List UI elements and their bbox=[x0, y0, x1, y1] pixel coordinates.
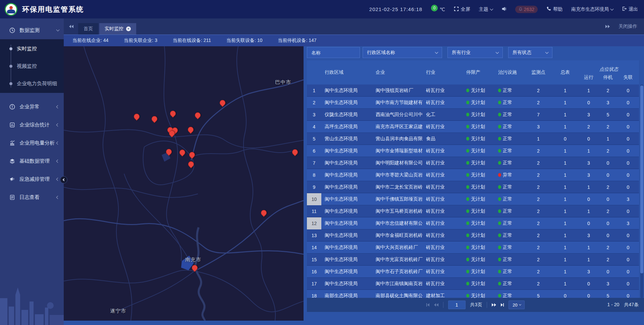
cell-points: 2 bbox=[525, 269, 552, 274]
cell-lost: 0 bbox=[617, 184, 639, 190]
cell-industry: 砖瓦行业 bbox=[423, 208, 463, 214]
sidebar-collapse-button[interactable] bbox=[60, 176, 67, 183]
status-select[interactable]: 所有状态 bbox=[508, 47, 552, 58]
org-dropdown[interactable]: 南充市生态环境局 bbox=[571, 6, 613, 12]
table-row[interactable]: 12 阆中生态环境局 阆中市忠信建材有限公 砖瓦行业 无计划 正常 2 1 0 … bbox=[307, 217, 639, 229]
chevron-down-icon bbox=[435, 50, 438, 54]
cell-points: 2 bbox=[525, 172, 552, 178]
mute-button[interactable] bbox=[501, 6, 506, 12]
sidebar-item[interactable]: 日志查看 bbox=[0, 188, 64, 206]
logout-button[interactable]: 退出 bbox=[622, 6, 638, 12]
cell-industry: 砖瓦行业 bbox=[423, 196, 463, 202]
cell-points: 2 bbox=[525, 257, 552, 262]
status-dot-icon bbox=[466, 209, 469, 213]
table-row[interactable]: 9 阆中生态环境局 阆中市二龙长宝页岩砖 砖瓦行业 无计划 正常 2 1 1 2… bbox=[307, 181, 639, 193]
tab[interactable]: 首页 bbox=[78, 23, 98, 35]
cell-run: 3 bbox=[579, 112, 599, 117]
cell-industry: 砖瓦行业 bbox=[423, 257, 463, 263]
cell-total: 1 bbox=[552, 88, 579, 93]
page-number-input[interactable] bbox=[448, 301, 466, 309]
industry-select[interactable]: 所有行业 bbox=[447, 47, 503, 58]
tabs-scroll-left-icon[interactable] bbox=[69, 25, 73, 28]
table-row[interactable]: 2 阆中生态环境局 阆中市南方节能建材有 砖瓦行业 无计划 正常 2 1 0 3… bbox=[307, 97, 639, 109]
sidebar-sub-item[interactable]: 视频监控 bbox=[0, 57, 64, 75]
table-row[interactable]: 10 阆中生态环境局 阆中千佛镇五郎垭页岩 砖瓦行业 无计划 正常 2 1 0 … bbox=[307, 193, 639, 205]
sidebar-item[interactable]: 企业用电量分析 bbox=[0, 134, 64, 152]
prev-page-button[interactable] bbox=[434, 303, 438, 307]
sidebar-item[interactable]: 应急减排管理 bbox=[0, 170, 64, 188]
sidebar-item[interactable]: 企业综合统计 bbox=[0, 116, 64, 134]
cell-total: 1 bbox=[552, 100, 579, 105]
table-row[interactable]: 6 阆中生态环境局 阆中市金博瑞新型墙材 砖瓦行业 无计划 正常 2 1 1 2… bbox=[307, 145, 639, 157]
alarm-count-badge[interactable]: 2632 bbox=[515, 6, 538, 13]
sidebar-sub-item[interactable]: 实时监控 bbox=[0, 40, 64, 57]
sidebar-item[interactable]: 数据监测 bbox=[0, 21, 64, 39]
cell-points: 3 bbox=[525, 124, 552, 129]
map-panel[interactable]: 巴中市南充市遂宁市 bbox=[64, 46, 304, 321]
table-row[interactable]: 13 阆中生态环境局 阆中市金福旺页岩机砖 砖瓦行业 无计划 正常 2 1 3 … bbox=[307, 229, 639, 241]
table-row[interactable]: 14 阆中生态环境局 阆中大兴页岩机砖厂 砖瓦行业 无计划 正常 2 1 1 2… bbox=[307, 241, 639, 254]
region-select[interactable]: 行政区域名称 bbox=[363, 47, 442, 58]
cell-points: 2 bbox=[525, 100, 552, 105]
row-number: 4 bbox=[307, 121, 321, 133]
tabs-scroll-right-icon[interactable] bbox=[605, 25, 610, 28]
monitor-icon bbox=[9, 27, 15, 34]
table-row[interactable]: 16 阆中生态环境局 阆中市石子页岩机砖厂 砖瓦行业 无计划 正常 2 1 3 … bbox=[307, 266, 639, 278]
sidebar-group: 企业综合统计 bbox=[0, 116, 64, 134]
cell-region: 阆中生态环境局 bbox=[321, 100, 372, 106]
cell-lost: 0 bbox=[617, 160, 639, 166]
scrollbar-thumb[interactable] bbox=[640, 86, 643, 273]
cell-total: 1 bbox=[552, 197, 579, 202]
table-row[interactable]: 7 阆中生态环境局 阆中明阳建材有限公司 砖瓦行业 无计划 正常 2 1 3 0… bbox=[307, 157, 639, 169]
table-row[interactable]: 4 高坪生态环境局 南充市高坪区王家店建 砖瓦行业 无计划 正常 3 1 2 2… bbox=[307, 121, 639, 133]
cell-points: 2 bbox=[525, 245, 552, 250]
cell-facility: 正常 bbox=[495, 184, 525, 190]
last-page-button[interactable] bbox=[501, 303, 504, 307]
cell-region: 高坪生态环境局 bbox=[321, 124, 372, 130]
cell-lost: 0 bbox=[617, 257, 639, 262]
cell-total: 1 bbox=[552, 233, 579, 238]
table-row[interactable]: 15 阆中生态环境局 阆中市光富页岩机砖厂 砖瓦行业 无计划 正常 2 1 1 … bbox=[307, 254, 639, 266]
cell-facility: 异常 bbox=[495, 172, 525, 178]
table-row[interactable]: 1 阆中生态环境局 阆中强锐页岩砖厂 砖瓦行业 无计划 正常 2 1 1 2 0 bbox=[307, 85, 639, 97]
table-row[interactable]: 18 南部生态环境局 南部县砚化土陶有限公 建材加工 无计划 正常 5 0 0 … bbox=[307, 290, 639, 298]
page-size-select[interactable]: 20 bbox=[508, 301, 525, 309]
cell-industry: 砖瓦行业 bbox=[423, 100, 463, 106]
cell-run: 3 bbox=[579, 269, 599, 274]
table-row[interactable]: 17 阆中生态环境局 阆中市江南镇阆南页岩 砖瓦行业 无计划 正常 2 1 0 … bbox=[307, 278, 639, 290]
next-page-button[interactable] bbox=[492, 303, 496, 307]
chevron-left-icon bbox=[63, 178, 65, 181]
table-row[interactable]: 8 阆中生态环境局 阆中市枣碧大梁山页岩 砖瓦行业 无计划 异常 2 1 3 0… bbox=[307, 169, 639, 181]
map-roads bbox=[64, 46, 304, 321]
status-dot-icon bbox=[498, 221, 501, 225]
cell-region: 阆中生态环境局 bbox=[321, 220, 372, 226]
first-page-button[interactable] bbox=[426, 303, 429, 307]
table-row[interactable]: 11 阆中生态环境局 阆中市五马桥页岩机砖 砖瓦行业 无计划 正常 2 1 1 … bbox=[307, 205, 639, 217]
status-dot-icon bbox=[498, 258, 501, 261]
fullscreen-button[interactable]: 全屏 bbox=[454, 6, 470, 12]
row-number: 2 bbox=[307, 97, 321, 109]
phone-icon bbox=[546, 6, 551, 12]
table-row[interactable]: 3 仪陇生态环境局 西南油气田分公司川中 化工 无计划 正常 7 1 3 5 0 bbox=[307, 109, 639, 121]
cell-limit: 无计划 bbox=[463, 184, 495, 190]
close-operations-button[interactable]: 关闭操作 bbox=[619, 23, 637, 30]
sidebar-item-label: 数据监测 bbox=[19, 27, 57, 34]
name-search-input[interactable] bbox=[307, 47, 360, 58]
help-button[interactable]: 帮助 bbox=[546, 6, 562, 12]
sidebar-sub-item[interactable]: 企业电力负荷明细 bbox=[0, 75, 64, 92]
cell-facility: 正常 bbox=[495, 196, 525, 202]
status-dot-icon bbox=[498, 197, 501, 201]
tab[interactable]: 实时监控 bbox=[99, 23, 136, 35]
cell-points: 2 bbox=[525, 148, 552, 154]
cell-industry: 建材加工 bbox=[423, 293, 463, 298]
cell-region: 阆中生态环境局 bbox=[321, 172, 372, 178]
tab-close-icon[interactable] bbox=[126, 26, 131, 31]
sidebar-item[interactable]: 企业异常 bbox=[0, 98, 64, 116]
sidebar-item[interactable]: 基础数据管理 bbox=[0, 152, 64, 170]
chevron-left-icon bbox=[56, 177, 60, 181]
cell-total: 1 bbox=[552, 172, 579, 178]
table-row[interactable]: 5 营山生态环境局 营山县润丰肉食品有限 食品 无计划 正常 1 0 0 1 0 bbox=[307, 133, 639, 145]
theme-dropdown[interactable]: 主题 bbox=[479, 6, 493, 12]
status-dot-icon bbox=[466, 161, 469, 165]
cell-run: 1 bbox=[579, 209, 599, 214]
